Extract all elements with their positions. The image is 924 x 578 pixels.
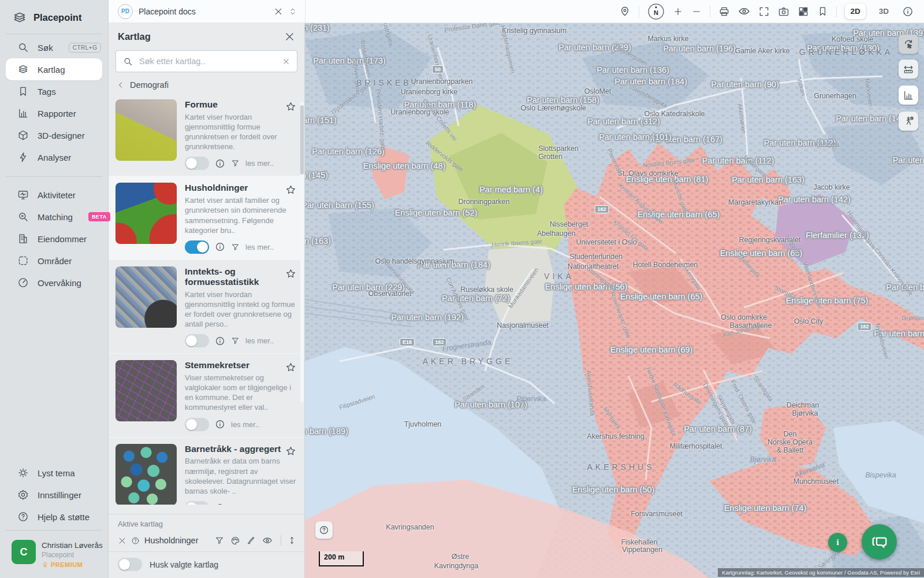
fullscreen-icon[interactable]	[758, 6, 770, 17]
shortcut-badge: CTRL+G	[69, 43, 102, 53]
eye-icon[interactable]	[738, 5, 750, 17]
filter-icon[interactable]	[231, 243, 240, 251]
lightning-icon	[17, 151, 29, 163]
layer-search[interactable]	[116, 50, 297, 72]
layer-toggle[interactable]	[185, 501, 209, 505]
layer-toggle[interactable]	[185, 418, 209, 431]
reorder-icon[interactable]	[288, 536, 296, 545]
user-profile[interactable]: C Christian Løverås Placepoint PREMIUM	[0, 533, 108, 578]
sidebar-item-matching[interactable]: Matching BETA	[6, 206, 102, 228]
active-layer-row[interactable]: Husholdninger	[109, 532, 304, 551]
read-more-link[interactable]: les mer..	[245, 159, 274, 168]
info-icon[interactable]	[215, 503, 225, 505]
chart-tool-button[interactable]	[899, 86, 918, 105]
layer-toggle[interactable]	[185, 334, 209, 347]
map-canvas[interactable]: Par uten barn (231)Par uten barn (173)Pa…	[305, 23, 924, 578]
sidebar-item-3d-designer[interactable]: 3D-designer	[6, 124, 102, 146]
sidebar-item-innstillinger[interactable]: Innstillinger	[6, 484, 102, 506]
remove-layer-icon[interactable]	[118, 536, 126, 545]
clear-search-icon[interactable]	[282, 58, 290, 65]
workspace-switcher[interactable]: PD Placepoint docs	[109, 0, 305, 23]
star-icon[interactable]	[285, 101, 296, 112]
select-rotate-tool-button[interactable]	[899, 35, 918, 54]
info-icon[interactable]	[215, 419, 225, 429]
sidebar-item-lyst-tema[interactable]: Lyst tema	[6, 462, 102, 484]
layer-card-formue[interactable]: Formue Kartet viser hvordan gjennomsnitt…	[109, 93, 304, 176]
remember-layers-toggle[interactable]	[118, 558, 142, 571]
workspace-close-icon[interactable]	[274, 7, 283, 16]
filter-icon[interactable]	[231, 336, 240, 345]
support-info-button[interactable]: i	[828, 533, 847, 552]
star-icon[interactable]	[285, 268, 296, 279]
placepoint-app: Placepoint Søk CTRL+G Kartlag Tags Rappo…	[0, 0, 924, 578]
sidebar-item-analyser[interactable]: Analyser	[6, 146, 102, 168]
sidebar-footer: Lyst tema Innstillinger Hjelp & støtte C…	[0, 462, 108, 578]
filter-icon[interactable]	[215, 536, 224, 545]
plan-badge: PREMIUM	[42, 561, 103, 569]
screenshot-camera-icon[interactable]	[778, 6, 789, 17]
activity-monitor-icon	[17, 189, 29, 201]
map-help-button[interactable]	[315, 521, 333, 539]
sidebar-item-tags[interactable]: Tags	[6, 80, 102, 102]
layer-card-list: Formue Kartet viser hvordan gjennomsnitt…	[109, 93, 304, 505]
layer-card-stemmekretser[interactable]: Stemmekretser Viser stemmekretser og val…	[109, 354, 304, 437]
panel-scrollbar[interactable]	[300, 102, 304, 402]
layer-card-husholdninger[interactable]: Husholdninger Kartet viser antall famili…	[109, 176, 304, 260]
remember-layers-row[interactable]: Husk valgte kartlag	[109, 551, 304, 578]
workspace-sort-icon[interactable]	[289, 7, 297, 16]
info-icon[interactable]	[902, 6, 914, 17]
compass-icon[interactable]: N	[647, 3, 665, 20]
measure-tool-button[interactable]	[899, 60, 918, 79]
travel-time-tool-button[interactable]	[899, 112, 918, 131]
sidebar-item-eiendommer[interactable]: Eiendommer	[6, 228, 102, 250]
info-icon[interactable]	[215, 158, 225, 169]
chat-button[interactable]	[862, 524, 897, 560]
bookmark-save-icon[interactable]	[817, 6, 828, 17]
print-icon[interactable]	[718, 6, 730, 17]
match-search-icon	[17, 211, 29, 223]
widgets-grid-icon[interactable]	[798, 6, 809, 17]
layer-help-icon[interactable]	[131, 536, 140, 545]
info-icon[interactable]	[215, 242, 225, 252]
visibility-eye-icon[interactable]	[262, 535, 273, 546]
gear-icon	[17, 489, 29, 501]
read-more-link[interactable]: les mer..	[231, 420, 259, 429]
layer-card-inntekts-formuesstatistikk[interactable]: Inntekts- og formuesstatistikk Kartet vi…	[109, 260, 304, 354]
location-pin-icon[interactable]	[619, 6, 631, 17]
sidebar-item-omrader[interactable]: Områder	[6, 250, 102, 272]
sidebar-item-sok[interactable]: Søk CTRL+G	[6, 36, 102, 58]
layer-thumbnail	[116, 360, 177, 421]
layer-search-input[interactable]	[138, 56, 277, 66]
layer-toggle[interactable]	[185, 240, 209, 254]
read-more-link[interactable]: les mer..	[245, 243, 274, 251]
star-icon[interactable]	[285, 446, 296, 457]
search-icon	[123, 57, 133, 66]
sidebar-item-aktiviteter[interactable]: Aktiviteter	[6, 184, 102, 206]
mode-3d-button[interactable]: 3D	[874, 3, 894, 19]
layer-toggle[interactable]	[185, 157, 209, 170]
active-layer-name: Husholdninger	[144, 536, 210, 545]
star-icon[interactable]	[285, 184, 296, 195]
edit-brush-icon[interactable]	[247, 536, 256, 545]
panel-close-icon[interactable]	[284, 31, 295, 42]
read-more-link[interactable]: les mer..	[245, 336, 274, 345]
layer-thumbnail	[116, 183, 177, 244]
sidebar: Placepoint Søk CTRL+G Kartlag Tags Rappo…	[0, 0, 109, 578]
sidebar-item-kartlag[interactable]: Kartlag	[6, 58, 102, 80]
building-icon	[17, 233, 29, 244]
mode-2d-button[interactable]: 2D	[845, 3, 865, 19]
breadcrumb-back[interactable]: Demografi	[109, 72, 304, 93]
filter-icon[interactable]	[231, 159, 240, 168]
star-icon[interactable]	[285, 362, 296, 373]
read-more-link[interactable]: les mer..	[231, 503, 259, 505]
info-icon[interactable]	[215, 336, 225, 346]
layer-card-barnetrakk[interactable]: Barnetråkk - aggregert Barnetråkk er dat…	[109, 438, 304, 505]
sidebar-item-hjelp[interactable]: Hjelp & støtte	[6, 506, 102, 528]
palette-icon[interactable]	[230, 536, 240, 546]
layers-icon	[17, 64, 29, 75]
sun-icon	[17, 467, 29, 479]
zoom-in-icon[interactable]	[673, 6, 683, 17]
zoom-out-icon[interactable]	[691, 6, 702, 17]
sidebar-item-overvaking[interactable]: Overvåking	[6, 272, 102, 294]
sidebar-item-rapporter[interactable]: Rapporter	[6, 102, 102, 124]
